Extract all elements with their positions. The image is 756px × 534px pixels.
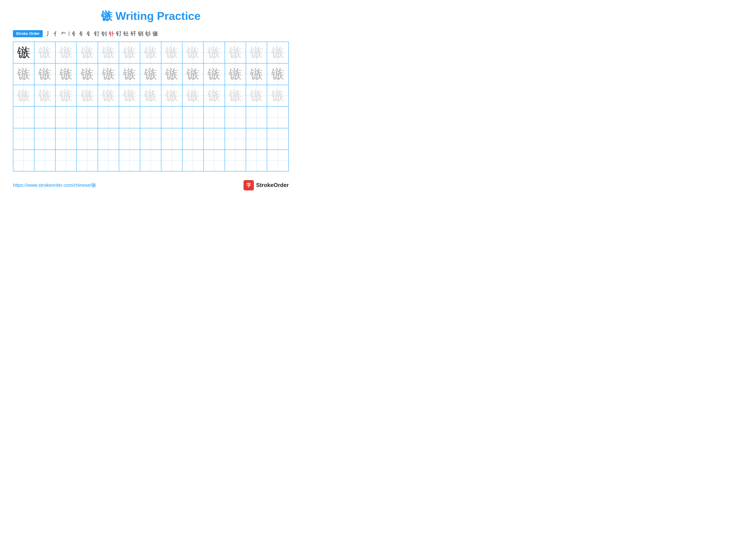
grid-cell-4-1[interactable]	[14, 107, 35, 128]
stroke-7: 钅	[87, 31, 92, 37]
grid-cell-3-13[interactable]: 镞	[267, 85, 288, 106]
char-light: 镞	[229, 89, 242, 102]
grid-cell-5-1[interactable]	[14, 128, 35, 149]
stroke-2: 亻	[53, 31, 59, 37]
grid-cell-4-12[interactable]	[246, 107, 267, 128]
grid-cell-6-5[interactable]	[98, 150, 119, 171]
grid-cell-6-4[interactable]	[77, 150, 98, 171]
grid-cell-5-5[interactable]	[98, 128, 119, 149]
grid-cell-5-7[interactable]	[140, 128, 161, 149]
char-light: 镞	[250, 89, 263, 102]
grid-cell-1-1[interactable]: 镞	[14, 42, 35, 63]
footer: https://www.strokeorder.com/chinese/镞 字 …	[13, 180, 289, 191]
grid-row-4	[14, 107, 288, 128]
grid-cell-2-4[interactable]: 镞	[77, 64, 98, 85]
grid-cell-2-8[interactable]: 镞	[161, 64, 182, 85]
stroke-15: 钐	[145, 31, 151, 37]
grid-cell-3-11[interactable]: 镞	[225, 85, 246, 106]
writing-grid: 镞 镞 镞 镞 镞 镞 镞 镞 镞 镞 镞 镞 镞 镞 镞 镞 镞 镞 镞 镞 …	[13, 41, 289, 171]
grid-cell-4-9[interactable]	[182, 107, 204, 128]
stroke-6: 钅	[79, 31, 85, 37]
grid-cell-2-7[interactable]: 镞	[140, 64, 161, 85]
grid-cell-2-13[interactable]: 镞	[267, 64, 288, 85]
grid-cell-6-13[interactable]	[267, 150, 288, 171]
grid-cell-6-2[interactable]	[35, 150, 56, 171]
grid-cell-3-10[interactable]: 镞	[204, 85, 225, 106]
grid-cell-5-3[interactable]	[56, 128, 77, 149]
grid-cell-3-4[interactable]: 镞	[77, 85, 98, 106]
grid-cell-6-10[interactable]	[204, 150, 225, 171]
grid-cell-4-13[interactable]	[267, 107, 288, 128]
grid-cell-3-3[interactable]: 镞	[56, 85, 77, 106]
grid-cell-2-5[interactable]: 镞	[98, 64, 119, 85]
grid-cell-6-1[interactable]	[14, 150, 35, 171]
grid-cell-2-1[interactable]: 镞	[14, 64, 35, 85]
stroke-11: 钌	[116, 31, 122, 37]
grid-cell-1-13[interactable]: 镞	[267, 42, 288, 63]
grid-cell-6-8[interactable]	[161, 150, 182, 171]
grid-cell-5-2[interactable]	[35, 128, 56, 149]
grid-cell-1-8[interactable]: 镞	[161, 42, 182, 63]
grid-cell-6-12[interactable]	[246, 150, 267, 171]
grid-cell-5-6[interactable]	[119, 128, 140, 149]
grid-cell-6-6[interactable]	[119, 150, 140, 171]
grid-cell-1-5[interactable]: 镞	[98, 42, 119, 63]
char-medium: 镞	[102, 68, 115, 81]
grid-cell-5-9[interactable]	[182, 128, 204, 149]
grid-cell-4-4[interactable]	[77, 107, 98, 128]
footer-logo-text: StrokeOrder	[256, 182, 289, 189]
char-light: 镞	[144, 89, 157, 102]
grid-cell-4-6[interactable]	[119, 107, 140, 128]
grid-cell-2-6[interactable]: 镞	[119, 64, 140, 85]
stroke-13: 钎	[131, 31, 136, 37]
stroke-5: 钅	[72, 31, 78, 37]
grid-cell-3-1[interactable]: 镞	[14, 85, 35, 106]
grid-cell-1-3[interactable]: 镞	[56, 42, 77, 63]
grid-cell-4-7[interactable]	[140, 107, 161, 128]
char-light: 镞	[102, 89, 115, 102]
grid-cell-6-3[interactable]	[56, 150, 77, 171]
grid-cell-4-8[interactable]	[161, 107, 182, 128]
grid-cell-5-10[interactable]	[204, 128, 225, 149]
stroke-4: 𠃊	[68, 31, 70, 37]
grid-cell-1-4[interactable]: 镞	[77, 42, 98, 63]
grid-cell-3-6[interactable]: 镞	[119, 85, 140, 106]
grid-cell-3-7[interactable]: 镞	[140, 85, 161, 106]
stroke-1: 丿	[46, 31, 52, 37]
grid-cell-3-8[interactable]: 镞	[161, 85, 182, 106]
grid-cell-1-9[interactable]: 镞	[182, 42, 204, 63]
grid-cell-5-12[interactable]	[246, 128, 267, 149]
grid-cell-1-2[interactable]: 镞	[35, 42, 56, 63]
grid-cell-5-13[interactable]	[267, 128, 288, 149]
char-light: 镞	[186, 46, 199, 59]
grid-cell-4-11[interactable]	[225, 107, 246, 128]
grid-cell-4-5[interactable]	[98, 107, 119, 128]
grid-cell-5-11[interactable]	[225, 128, 246, 149]
grid-cell-6-7[interactable]	[140, 150, 161, 171]
grid-cell-2-11[interactable]: 镞	[225, 64, 246, 85]
title-section: 镞 Writing Practice	[13, 9, 289, 24]
grid-cell-2-10[interactable]: 镞	[204, 64, 225, 85]
grid-cell-6-9[interactable]	[182, 150, 204, 171]
grid-cell-2-12[interactable]: 镞	[246, 64, 267, 85]
grid-cell-1-7[interactable]: 镞	[140, 42, 161, 63]
grid-cell-1-12[interactable]: 镞	[246, 42, 267, 63]
strokeorder-icon: 字	[244, 180, 254, 191]
grid-cell-3-12[interactable]: 镞	[246, 85, 267, 106]
grid-cell-1-10[interactable]: 镞	[204, 42, 225, 63]
grid-cell-4-2[interactable]	[35, 107, 56, 128]
grid-cell-3-9[interactable]: 镞	[182, 85, 204, 106]
grid-cell-4-3[interactable]	[56, 107, 77, 128]
grid-cell-4-10[interactable]	[204, 107, 225, 128]
grid-cell-2-2[interactable]: 镞	[35, 64, 56, 85]
grid-cell-2-9[interactable]: 镞	[182, 64, 204, 85]
grid-cell-5-8[interactable]	[161, 128, 182, 149]
grid-cell-5-4[interactable]	[77, 128, 98, 149]
grid-cell-3-2[interactable]: 镞	[35, 85, 56, 106]
grid-cell-1-6[interactable]: 镞	[119, 42, 140, 63]
grid-cell-3-5[interactable]: 镞	[98, 85, 119, 106]
grid-cell-1-11[interactable]: 镞	[225, 42, 246, 63]
grid-cell-2-3[interactable]: 镞	[56, 64, 77, 85]
grid-cell-6-11[interactable]	[225, 150, 246, 171]
char-light: 镞	[81, 89, 94, 102]
